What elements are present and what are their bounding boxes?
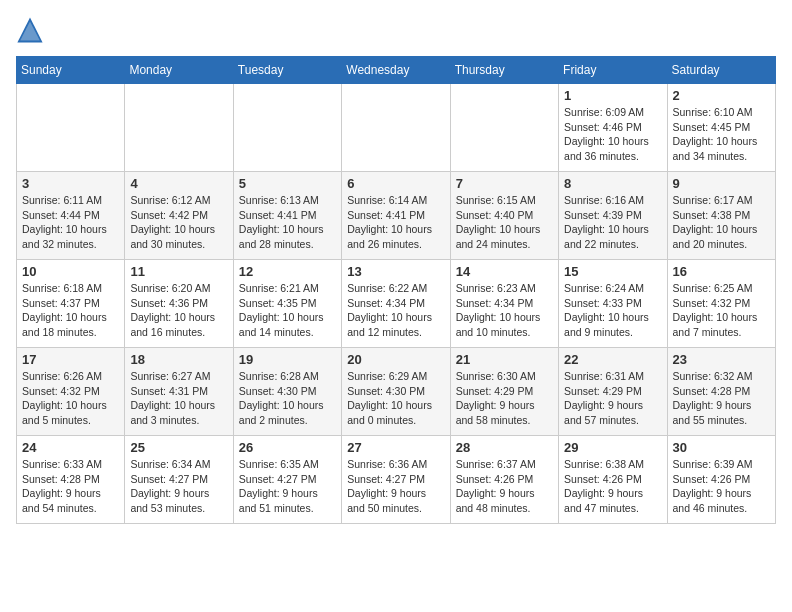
- calendar-cell: 24Sunrise: 6:33 AM Sunset: 4:28 PM Dayli…: [17, 436, 125, 524]
- calendar-week-row: 24Sunrise: 6:33 AM Sunset: 4:28 PM Dayli…: [17, 436, 776, 524]
- calendar-cell: 1Sunrise: 6:09 AM Sunset: 4:46 PM Daylig…: [559, 84, 667, 172]
- calendar-cell: 26Sunrise: 6:35 AM Sunset: 4:27 PM Dayli…: [233, 436, 341, 524]
- calendar-header-thursday: Thursday: [450, 57, 558, 84]
- day-info: Sunrise: 6:12 AM Sunset: 4:42 PM Dayligh…: [130, 193, 227, 252]
- day-info: Sunrise: 6:27 AM Sunset: 4:31 PM Dayligh…: [130, 369, 227, 428]
- day-info: Sunrise: 6:11 AM Sunset: 4:44 PM Dayligh…: [22, 193, 119, 252]
- calendar-week-row: 3Sunrise: 6:11 AM Sunset: 4:44 PM Daylig…: [17, 172, 776, 260]
- day-number: 27: [347, 440, 444, 455]
- day-info: Sunrise: 6:23 AM Sunset: 4:34 PM Dayligh…: [456, 281, 553, 340]
- calendar-cell: 3Sunrise: 6:11 AM Sunset: 4:44 PM Daylig…: [17, 172, 125, 260]
- day-number: 16: [673, 264, 770, 279]
- calendar-cell: 30Sunrise: 6:39 AM Sunset: 4:26 PM Dayli…: [667, 436, 775, 524]
- calendar-table: SundayMondayTuesdayWednesdayThursdayFrid…: [16, 56, 776, 524]
- day-number: 18: [130, 352, 227, 367]
- day-number: 25: [130, 440, 227, 455]
- calendar-cell: 17Sunrise: 6:26 AM Sunset: 4:32 PM Dayli…: [17, 348, 125, 436]
- day-number: 9: [673, 176, 770, 191]
- calendar-cell: 19Sunrise: 6:28 AM Sunset: 4:30 PM Dayli…: [233, 348, 341, 436]
- calendar-week-row: 1Sunrise: 6:09 AM Sunset: 4:46 PM Daylig…: [17, 84, 776, 172]
- calendar-cell: 2Sunrise: 6:10 AM Sunset: 4:45 PM Daylig…: [667, 84, 775, 172]
- calendar-cell: 20Sunrise: 6:29 AM Sunset: 4:30 PM Dayli…: [342, 348, 450, 436]
- calendar-cell: 9Sunrise: 6:17 AM Sunset: 4:38 PM Daylig…: [667, 172, 775, 260]
- calendar-header-monday: Monday: [125, 57, 233, 84]
- calendar-header-saturday: Saturday: [667, 57, 775, 84]
- calendar-cell: 27Sunrise: 6:36 AM Sunset: 4:27 PM Dayli…: [342, 436, 450, 524]
- calendar-week-row: 10Sunrise: 6:18 AM Sunset: 4:37 PM Dayli…: [17, 260, 776, 348]
- day-info: Sunrise: 6:28 AM Sunset: 4:30 PM Dayligh…: [239, 369, 336, 428]
- calendar-cell: 11Sunrise: 6:20 AM Sunset: 4:36 PM Dayli…: [125, 260, 233, 348]
- calendar-cell: 13Sunrise: 6:22 AM Sunset: 4:34 PM Dayli…: [342, 260, 450, 348]
- day-number: 26: [239, 440, 336, 455]
- day-number: 22: [564, 352, 661, 367]
- calendar-header-sunday: Sunday: [17, 57, 125, 84]
- day-info: Sunrise: 6:16 AM Sunset: 4:39 PM Dayligh…: [564, 193, 661, 252]
- day-number: 28: [456, 440, 553, 455]
- day-info: Sunrise: 6:15 AM Sunset: 4:40 PM Dayligh…: [456, 193, 553, 252]
- calendar-cell: [450, 84, 558, 172]
- day-number: 4: [130, 176, 227, 191]
- logo: [16, 16, 48, 44]
- svg-marker-1: [20, 22, 40, 41]
- day-number: 24: [22, 440, 119, 455]
- day-info: Sunrise: 6:35 AM Sunset: 4:27 PM Dayligh…: [239, 457, 336, 516]
- page-header: [16, 16, 776, 44]
- calendar-cell: 6Sunrise: 6:14 AM Sunset: 4:41 PM Daylig…: [342, 172, 450, 260]
- calendar-cell: 7Sunrise: 6:15 AM Sunset: 4:40 PM Daylig…: [450, 172, 558, 260]
- day-info: Sunrise: 6:26 AM Sunset: 4:32 PM Dayligh…: [22, 369, 119, 428]
- day-number: 17: [22, 352, 119, 367]
- day-number: 3: [22, 176, 119, 191]
- calendar-cell: [342, 84, 450, 172]
- calendar-cell: 18Sunrise: 6:27 AM Sunset: 4:31 PM Dayli…: [125, 348, 233, 436]
- day-info: Sunrise: 6:09 AM Sunset: 4:46 PM Dayligh…: [564, 105, 661, 164]
- day-info: Sunrise: 6:20 AM Sunset: 4:36 PM Dayligh…: [130, 281, 227, 340]
- day-number: 2: [673, 88, 770, 103]
- calendar-cell: 21Sunrise: 6:30 AM Sunset: 4:29 PM Dayli…: [450, 348, 558, 436]
- day-number: 11: [130, 264, 227, 279]
- day-number: 14: [456, 264, 553, 279]
- calendar-cell: [17, 84, 125, 172]
- calendar-cell: 12Sunrise: 6:21 AM Sunset: 4:35 PM Dayli…: [233, 260, 341, 348]
- day-info: Sunrise: 6:22 AM Sunset: 4:34 PM Dayligh…: [347, 281, 444, 340]
- day-number: 13: [347, 264, 444, 279]
- day-info: Sunrise: 6:29 AM Sunset: 4:30 PM Dayligh…: [347, 369, 444, 428]
- day-info: Sunrise: 6:17 AM Sunset: 4:38 PM Dayligh…: [673, 193, 770, 252]
- day-number: 8: [564, 176, 661, 191]
- calendar-cell: 15Sunrise: 6:24 AM Sunset: 4:33 PM Dayli…: [559, 260, 667, 348]
- calendar-cell: 8Sunrise: 6:16 AM Sunset: 4:39 PM Daylig…: [559, 172, 667, 260]
- day-number: 1: [564, 88, 661, 103]
- calendar-cell: 28Sunrise: 6:37 AM Sunset: 4:26 PM Dayli…: [450, 436, 558, 524]
- day-number: 21: [456, 352, 553, 367]
- calendar-header-row: SundayMondayTuesdayWednesdayThursdayFrid…: [17, 57, 776, 84]
- day-number: 12: [239, 264, 336, 279]
- day-info: Sunrise: 6:38 AM Sunset: 4:26 PM Dayligh…: [564, 457, 661, 516]
- day-number: 15: [564, 264, 661, 279]
- calendar-cell: 29Sunrise: 6:38 AM Sunset: 4:26 PM Dayli…: [559, 436, 667, 524]
- day-info: Sunrise: 6:36 AM Sunset: 4:27 PM Dayligh…: [347, 457, 444, 516]
- calendar-cell: 23Sunrise: 6:32 AM Sunset: 4:28 PM Dayli…: [667, 348, 775, 436]
- day-info: Sunrise: 6:32 AM Sunset: 4:28 PM Dayligh…: [673, 369, 770, 428]
- day-info: Sunrise: 6:30 AM Sunset: 4:29 PM Dayligh…: [456, 369, 553, 428]
- day-number: 30: [673, 440, 770, 455]
- day-info: Sunrise: 6:33 AM Sunset: 4:28 PM Dayligh…: [22, 457, 119, 516]
- day-number: 23: [673, 352, 770, 367]
- calendar-cell: 25Sunrise: 6:34 AM Sunset: 4:27 PM Dayli…: [125, 436, 233, 524]
- day-info: Sunrise: 6:13 AM Sunset: 4:41 PM Dayligh…: [239, 193, 336, 252]
- day-number: 6: [347, 176, 444, 191]
- day-info: Sunrise: 6:37 AM Sunset: 4:26 PM Dayligh…: [456, 457, 553, 516]
- day-info: Sunrise: 6:34 AM Sunset: 4:27 PM Dayligh…: [130, 457, 227, 516]
- calendar-cell: 14Sunrise: 6:23 AM Sunset: 4:34 PM Dayli…: [450, 260, 558, 348]
- calendar-week-row: 17Sunrise: 6:26 AM Sunset: 4:32 PM Dayli…: [17, 348, 776, 436]
- calendar-cell: 10Sunrise: 6:18 AM Sunset: 4:37 PM Dayli…: [17, 260, 125, 348]
- day-number: 10: [22, 264, 119, 279]
- day-info: Sunrise: 6:18 AM Sunset: 4:37 PM Dayligh…: [22, 281, 119, 340]
- day-info: Sunrise: 6:24 AM Sunset: 4:33 PM Dayligh…: [564, 281, 661, 340]
- day-number: 5: [239, 176, 336, 191]
- calendar-cell: 4Sunrise: 6:12 AM Sunset: 4:42 PM Daylig…: [125, 172, 233, 260]
- day-info: Sunrise: 6:10 AM Sunset: 4:45 PM Dayligh…: [673, 105, 770, 164]
- day-info: Sunrise: 6:25 AM Sunset: 4:32 PM Dayligh…: [673, 281, 770, 340]
- calendar-cell: 16Sunrise: 6:25 AM Sunset: 4:32 PM Dayli…: [667, 260, 775, 348]
- day-number: 7: [456, 176, 553, 191]
- calendar-cell: [233, 84, 341, 172]
- day-info: Sunrise: 6:14 AM Sunset: 4:41 PM Dayligh…: [347, 193, 444, 252]
